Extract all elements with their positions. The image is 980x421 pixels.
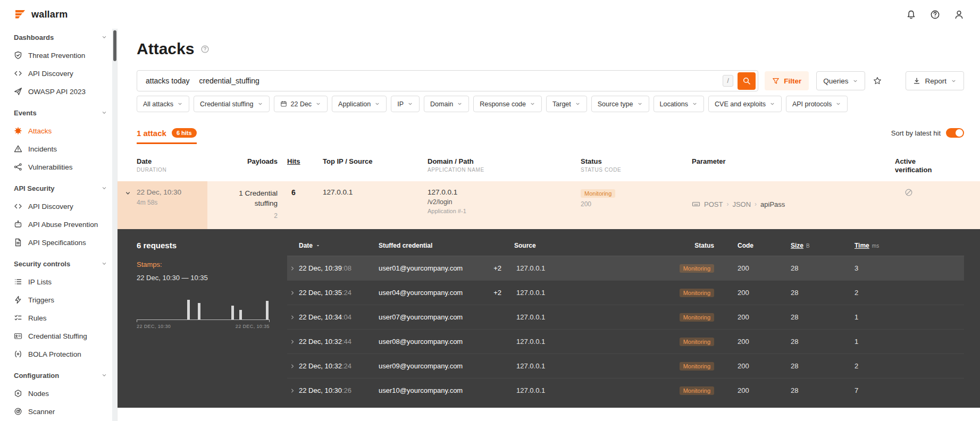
column-header-request-date[interactable]: Date [299,242,379,249]
sidebar-item[interactable]: Triggers [0,291,117,309]
column-header-size[interactable]: Size B [791,242,855,249]
column-header-parameter[interactable]: Parameter [692,157,874,175]
sidebar-item[interactable]: IP Lists [0,273,117,291]
sidebar-item[interactable]: API Specifications [0,233,117,251]
filter-chip[interactable]: CVE and exploits [708,96,782,112]
column-header-domain[interactable]: Domain / Path APPLICATION NAME [428,157,581,175]
sidebar-item-label: API Discovery [28,203,73,210]
response-size: 28 [791,338,855,346]
sidebar-item[interactable]: BOLA Protection [0,345,117,363]
star-icon [873,77,882,85]
sidebar-section[interactable]: Events [0,104,117,122]
favorite-query-button[interactable] [868,71,886,90]
sidebar-item[interactable]: Rules [0,309,117,327]
request-row[interactable]: 22 Dec, 10:34:04 user07@yourcompany.com … [287,305,964,329]
sidebar-section[interactable]: API Security [0,179,117,197]
report-dropdown[interactable]: Report [906,71,964,90]
column-header-time[interactable]: Time ms [855,242,964,249]
sidebar-item[interactable]: API Abuse Prevention [0,215,117,233]
search-button[interactable] [738,72,756,90]
request-seconds: :44 [342,338,351,346]
help-button[interactable] [930,10,940,20]
sidebar-item-label: IP Lists [28,278,52,286]
sidebar-item[interactable]: Threat Prevention [0,46,117,64]
shield-icon [14,51,22,60]
filter-chip[interactable]: Locations [654,96,705,112]
sidebar-scrollbar[interactable] [112,29,117,421]
expand-request-icon[interactable] [287,363,299,369]
sidebar-section[interactable]: Configuration [0,366,117,384]
brand-logo[interactable]: wallarm [14,8,68,21]
sidebar-item[interactable]: Credential Stuffing [0,327,117,345]
page-help-icon[interactable] [200,45,210,54]
request-time: 22 Dec, 10:39 [299,264,342,272]
column-header-code[interactable]: Code [738,242,791,249]
column-header-source[interactable]: Top IP / Source [323,157,428,175]
search-input[interactable]: attacks today credential_stuffing / [137,70,758,91]
chevron-down-icon [101,260,107,267]
request-row[interactable]: 22 Dec, 10:30:26 user10@yourcompany.com … [287,378,964,402]
bolt-icon [14,296,22,304]
filter-chip[interactable]: All attacks [137,96,189,112]
radar-icon [14,407,22,416]
status-badge: Monitoring [680,289,714,297]
collapse-row-icon[interactable] [124,190,131,197]
filter-chip[interactable]: Response code [473,96,542,112]
sidebar-item-label: Attacks [28,127,52,135]
filter-chip[interactable]: Application [332,96,387,112]
column-header-payloads[interactable]: Payloads [208,157,278,175]
column-header-status[interactable]: Status STATUS CODE [581,157,692,175]
filter-chip[interactable]: Source type [591,96,649,112]
sidebar-section[interactable]: Security controls [0,255,117,273]
request-source: 127.0.0.1 [514,338,674,346]
sidebar-item[interactable]: API Discovery [0,197,117,215]
request-row[interactable]: 22 Dec, 10:32:44 user08@yourcompany.com … [287,329,964,353]
column-header-date[interactable]: Date DURATION [137,157,208,175]
sidebar-item-label: API Abuse Prevention [28,221,98,229]
sidebar-section[interactable]: Dashboards [0,29,117,46]
filter-chip[interactable]: 22 Dec [274,96,328,112]
sidebar-item-label: Rules [28,314,47,322]
attack-table-header: Date DURATION Payloads Hits Top IP / Sou… [137,157,964,181]
sidebar-item[interactable]: Scanner [0,402,117,420]
request-row[interactable]: 22 Dec, 10:32:24 user09@yourcompany.com … [287,353,964,378]
request-seconds: :08 [342,264,351,272]
column-header-request-status[interactable]: Status [674,242,738,249]
column-header-verification[interactable]: Active verification [874,157,927,175]
filter-chip[interactable]: Domain [424,96,469,112]
param-method: POST [704,200,723,208]
queries-dropdown[interactable]: Queries [816,71,865,90]
expand-request-icon[interactable] [287,265,299,272]
sidebar-item[interactable]: Attacks [0,122,117,140]
request-row[interactable]: 22 Dec, 10:35:24 user04@yourcompany.com+… [287,280,964,305]
filter-chip[interactable]: IP [391,96,420,112]
column-header-hits[interactable]: Hits [278,157,323,175]
sidebar-item-label: Threat Prevention [28,52,85,60]
expand-request-icon[interactable] [287,290,299,296]
notifications-button[interactable] [906,10,916,20]
expand-request-icon[interactable] [287,339,299,345]
sidebar-item[interactable]: Nodes [0,384,117,402]
column-header-credential[interactable]: Stuffed credential [379,242,514,249]
filter-chip[interactable]: API protocols [786,96,848,112]
expand-request-icon[interactable] [287,314,299,321]
filter-chip[interactable]: Target [546,96,587,112]
request-row[interactable]: 22 Dec, 10:39:08 user01@yourcompany.com+… [287,256,964,280]
sidebar-item[interactable]: API Discovery [0,64,117,82]
details-summary: 6 requests Stamps: 22 Dec, 10:30 — 10:35… [118,229,287,408]
attack-row[interactable]: 22 Dec, 10:30 4m 58s 1 Credential stuffi… [118,181,980,230]
user-menu-button[interactable] [954,10,964,20]
column-header-request-source[interactable]: Source [514,242,674,249]
filter-button[interactable]: Filter [765,71,809,90]
chevron-down-icon [852,78,858,84]
filter-chip[interactable]: Credential stuffing [194,96,270,112]
sort-toggle[interactable] [946,128,964,138]
request-time: 22 Dec, 10:35 [299,289,342,297]
sidebar-item[interactable]: Vulnerabilities [0,158,117,176]
sidebar-item[interactable]: Incidents [0,140,117,158]
attack-date-cell: 22 Dec, 10:30 4m 58s [137,188,208,221]
sidebar-scrollbar-thumb[interactable] [113,30,116,61]
expand-request-icon[interactable] [287,388,299,394]
attacks-result-tab[interactable]: 1 attack 6 hits [137,128,197,144]
sidebar-item[interactable]: OWASP API 2023 [0,82,117,100]
